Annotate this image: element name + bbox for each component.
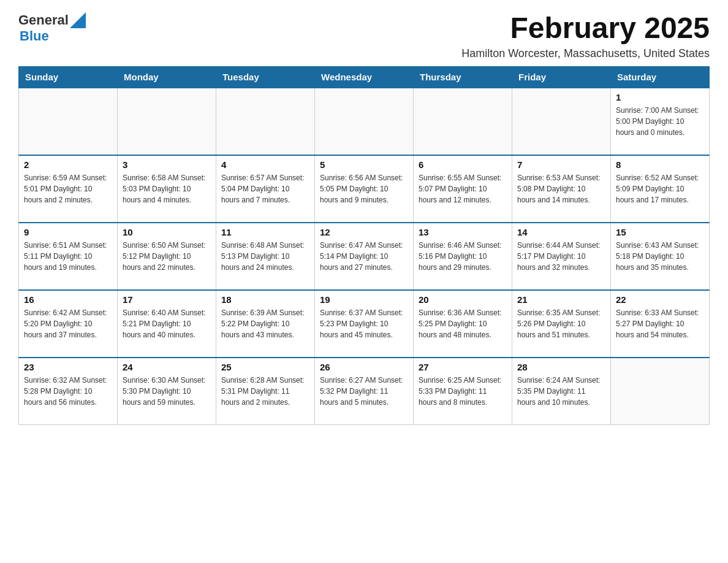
table-row: 1Sunrise: 7:00 AM Sunset: 5:00 PM Daylig… xyxy=(611,88,710,155)
day-info: Sunrise: 6:40 AM Sunset: 5:21 PM Dayligh… xyxy=(123,307,211,340)
day-number: 11 xyxy=(221,227,309,237)
day-number: 15 xyxy=(616,227,704,237)
day-number: 24 xyxy=(123,362,211,372)
day-info: Sunrise: 6:30 AM Sunset: 5:30 PM Dayligh… xyxy=(123,375,211,408)
day-info: Sunrise: 6:58 AM Sunset: 5:03 PM Dayligh… xyxy=(123,172,211,205)
calendar-table: Sunday Monday Tuesday Wednesday Thursday… xyxy=(18,66,710,426)
table-row: 26Sunrise: 6:27 AM Sunset: 5:32 PM Dayli… xyxy=(315,358,414,425)
day-number: 9 xyxy=(24,227,112,237)
day-number: 12 xyxy=(320,227,408,237)
table-row xyxy=(19,88,118,155)
col-thursday: Thursday xyxy=(414,66,512,88)
day-info: Sunrise: 6:59 AM Sunset: 5:01 PM Dayligh… xyxy=(24,172,112,205)
logo-triangle-icon xyxy=(70,12,86,28)
day-number: 5 xyxy=(320,159,408,170)
day-info: Sunrise: 6:28 AM Sunset: 5:31 PM Dayligh… xyxy=(221,375,309,408)
day-info: Sunrise: 6:24 AM Sunset: 5:35 PM Dayligh… xyxy=(517,375,605,408)
table-row: 20Sunrise: 6:36 AM Sunset: 5:25 PM Dayli… xyxy=(414,290,512,358)
month-title: February 2025 xyxy=(461,12,710,45)
day-info: Sunrise: 6:50 AM Sunset: 5:12 PM Dayligh… xyxy=(123,240,211,273)
table-row: 21Sunrise: 6:35 AM Sunset: 5:26 PM Dayli… xyxy=(512,290,611,358)
day-info: Sunrise: 6:25 AM Sunset: 5:33 PM Dayligh… xyxy=(419,375,507,408)
col-monday: Monday xyxy=(118,66,216,88)
title-section: February 2025 Hamilton Worcester, Massac… xyxy=(461,12,710,60)
location-subtitle: Hamilton Worcester, Massachusetts, Unite… xyxy=(461,47,710,60)
table-row: 18Sunrise: 6:39 AM Sunset: 5:22 PM Dayli… xyxy=(216,290,315,358)
table-row: 13Sunrise: 6:46 AM Sunset: 5:16 PM Dayli… xyxy=(414,223,512,290)
day-number: 8 xyxy=(616,159,704,170)
table-row xyxy=(118,88,216,155)
day-number: 13 xyxy=(419,227,507,237)
table-row: 17Sunrise: 6:40 AM Sunset: 5:21 PM Dayli… xyxy=(118,290,216,358)
table-row: 9Sunrise: 6:51 AM Sunset: 5:11 PM Daylig… xyxy=(19,223,118,290)
table-row: 15Sunrise: 6:43 AM Sunset: 5:18 PM Dayli… xyxy=(611,223,710,290)
table-row: 5Sunrise: 6:56 AM Sunset: 5:05 PM Daylig… xyxy=(315,155,414,223)
table-row: 3Sunrise: 6:58 AM Sunset: 5:03 PM Daylig… xyxy=(118,155,216,223)
table-row: 16Sunrise: 6:42 AM Sunset: 5:20 PM Dayli… xyxy=(19,290,118,358)
table-row: 23Sunrise: 6:32 AM Sunset: 5:28 PM Dayli… xyxy=(19,358,118,425)
table-row: 12Sunrise: 6:47 AM Sunset: 5:14 PM Dayli… xyxy=(315,223,414,290)
table-row: 14Sunrise: 6:44 AM Sunset: 5:17 PM Dayli… xyxy=(512,223,611,290)
day-number: 2 xyxy=(24,159,112,170)
calendar-week-row: 23Sunrise: 6:32 AM Sunset: 5:28 PM Dayli… xyxy=(19,358,710,425)
col-friday: Friday xyxy=(512,66,611,88)
calendar-week-row: 9Sunrise: 6:51 AM Sunset: 5:11 PM Daylig… xyxy=(19,223,710,290)
day-info: Sunrise: 6:36 AM Sunset: 5:25 PM Dayligh… xyxy=(419,307,507,340)
table-row: 28Sunrise: 6:24 AM Sunset: 5:35 PM Dayli… xyxy=(512,358,611,425)
day-info: Sunrise: 6:39 AM Sunset: 5:22 PM Dayligh… xyxy=(221,307,309,340)
day-info: Sunrise: 6:46 AM Sunset: 5:16 PM Dayligh… xyxy=(419,240,507,273)
col-saturday: Saturday xyxy=(611,66,710,88)
day-number: 14 xyxy=(517,227,605,237)
day-number: 17 xyxy=(123,294,211,305)
table-row: 2Sunrise: 6:59 AM Sunset: 5:01 PM Daylig… xyxy=(19,155,118,223)
table-row: 8Sunrise: 6:52 AM Sunset: 5:09 PM Daylig… xyxy=(611,155,710,223)
table-row: 11Sunrise: 6:48 AM Sunset: 5:13 PM Dayli… xyxy=(216,223,315,290)
calendar-week-row: 2Sunrise: 6:59 AM Sunset: 5:01 PM Daylig… xyxy=(19,155,710,223)
day-number: 10 xyxy=(123,227,211,237)
table-row: 22Sunrise: 6:33 AM Sunset: 5:27 PM Dayli… xyxy=(611,290,710,358)
day-info: Sunrise: 6:51 AM Sunset: 5:11 PM Dayligh… xyxy=(24,240,112,273)
day-info: Sunrise: 6:56 AM Sunset: 5:05 PM Dayligh… xyxy=(320,172,408,205)
day-info: Sunrise: 6:47 AM Sunset: 5:14 PM Dayligh… xyxy=(320,240,408,273)
day-info: Sunrise: 6:57 AM Sunset: 5:04 PM Dayligh… xyxy=(221,172,309,205)
day-number: 25 xyxy=(221,362,309,372)
day-info: Sunrise: 6:44 AM Sunset: 5:17 PM Dayligh… xyxy=(517,240,605,273)
table-row: 6Sunrise: 6:55 AM Sunset: 5:07 PM Daylig… xyxy=(414,155,512,223)
table-row: 4Sunrise: 6:57 AM Sunset: 5:04 PM Daylig… xyxy=(216,155,315,223)
table-row: 10Sunrise: 6:50 AM Sunset: 5:12 PM Dayli… xyxy=(118,223,216,290)
table-row xyxy=(512,88,611,155)
logo: General Blue xyxy=(18,12,86,44)
day-number: 18 xyxy=(221,294,309,305)
day-number: 23 xyxy=(24,362,112,372)
page-header: General Blue February 2025 Hamilton Worc… xyxy=(18,12,710,60)
table-row xyxy=(315,88,414,155)
day-number: 4 xyxy=(221,159,309,170)
day-number: 26 xyxy=(320,362,408,372)
day-info: Sunrise: 6:35 AM Sunset: 5:26 PM Dayligh… xyxy=(517,307,605,340)
day-number: 16 xyxy=(24,294,112,305)
day-number: 1 xyxy=(616,92,704,102)
svg-marker-0 xyxy=(70,12,86,28)
table-row xyxy=(611,358,710,425)
calendar-header-row: Sunday Monday Tuesday Wednesday Thursday… xyxy=(19,66,710,88)
calendar-week-row: 1Sunrise: 7:00 AM Sunset: 5:00 PM Daylig… xyxy=(19,88,710,155)
table-row: 25Sunrise: 6:28 AM Sunset: 5:31 PM Dayli… xyxy=(216,358,315,425)
day-number: 6 xyxy=(419,159,507,170)
day-info: Sunrise: 6:53 AM Sunset: 5:08 PM Dayligh… xyxy=(517,172,605,205)
day-info: Sunrise: 6:48 AM Sunset: 5:13 PM Dayligh… xyxy=(221,240,309,273)
day-info: Sunrise: 6:33 AM Sunset: 5:27 PM Dayligh… xyxy=(616,307,704,340)
calendar-week-row: 16Sunrise: 6:42 AM Sunset: 5:20 PM Dayli… xyxy=(19,290,710,358)
table-row: 27Sunrise: 6:25 AM Sunset: 5:33 PM Dayli… xyxy=(414,358,512,425)
day-number: 19 xyxy=(320,294,408,305)
day-number: 20 xyxy=(419,294,507,305)
day-info: Sunrise: 6:32 AM Sunset: 5:28 PM Dayligh… xyxy=(24,375,112,408)
day-info: Sunrise: 6:42 AM Sunset: 5:20 PM Dayligh… xyxy=(24,307,112,340)
logo-text-blue: Blue xyxy=(20,28,49,44)
logo-text-general: General xyxy=(18,12,69,28)
day-info: Sunrise: 6:43 AM Sunset: 5:18 PM Dayligh… xyxy=(616,240,704,273)
table-row: 19Sunrise: 6:37 AM Sunset: 5:23 PM Dayli… xyxy=(315,290,414,358)
table-row: 7Sunrise: 6:53 AM Sunset: 5:08 PM Daylig… xyxy=(512,155,611,223)
day-info: Sunrise: 6:55 AM Sunset: 5:07 PM Dayligh… xyxy=(419,172,507,205)
col-sunday: Sunday xyxy=(19,66,118,88)
day-number: 21 xyxy=(517,294,605,305)
